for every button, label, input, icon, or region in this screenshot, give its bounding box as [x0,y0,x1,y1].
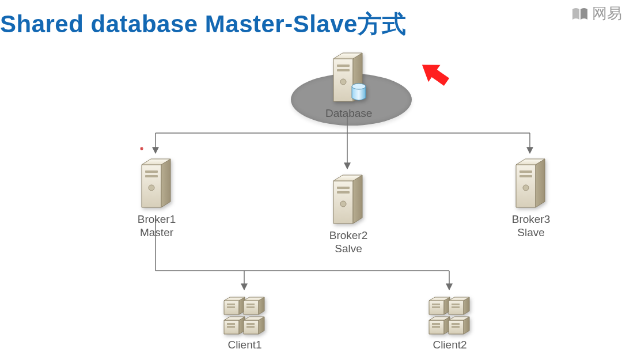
svg-rect-26 [432,326,440,328]
node-broker3: Broker3 Slave [508,154,554,240]
server-stack-icon [222,291,268,338]
client2-label: Client2 [424,339,476,352]
svg-rect-16 [246,306,255,308]
broker2-label: Broker2 Salve [325,229,371,256]
small-marker [140,147,143,150]
svg-rect-22 [432,306,440,308]
server-stack-icon [427,291,473,338]
svg-rect-8 [337,191,350,194]
node-client2: Client2 [424,291,476,352]
svg-rect-17 [227,323,235,325]
page-title: Shared database Master-Slave方式 [0,8,407,40]
svg-rect-25 [432,323,440,325]
red-callout-arrow-icon [415,58,455,92]
svg-rect-19 [246,323,255,325]
client1-label: Client1 [219,339,271,352]
book-icon [571,7,589,21]
svg-rect-23 [452,304,460,305]
svg-rect-20 [246,326,255,328]
svg-rect-10 [519,170,532,173]
svg-rect-11 [519,175,532,177]
svg-rect-1 [337,69,350,71]
svg-rect-14 [227,306,235,308]
diagram-connectors [0,0,622,364]
server-tower-icon [137,154,176,212]
svg-point-12 [523,185,529,191]
node-broker1: Broker1 Master [134,154,180,240]
server-tower-icon [511,154,551,212]
node-broker2: Broker2 Salve [325,170,371,256]
svg-rect-27 [452,323,460,325]
watermark-text: 网易 [592,3,622,24]
broker3-label: Broker3 Slave [508,213,554,240]
broker1-label: Broker1 Master [134,213,180,240]
database-spotlight [291,74,412,126]
svg-rect-13 [227,304,235,305]
svg-rect-0 [337,65,350,67]
node-client1: Client1 [219,291,271,352]
server-tower-icon [329,170,368,228]
svg-point-6 [149,185,154,191]
svg-rect-4 [145,170,158,173]
svg-rect-24 [452,306,460,308]
svg-rect-15 [246,304,255,305]
watermark: 网易 [571,3,622,24]
svg-rect-21 [432,304,440,305]
svg-rect-18 [227,326,235,328]
svg-rect-5 [145,175,158,177]
svg-rect-7 [337,187,350,189]
svg-rect-28 [452,326,460,328]
svg-point-9 [340,201,346,207]
